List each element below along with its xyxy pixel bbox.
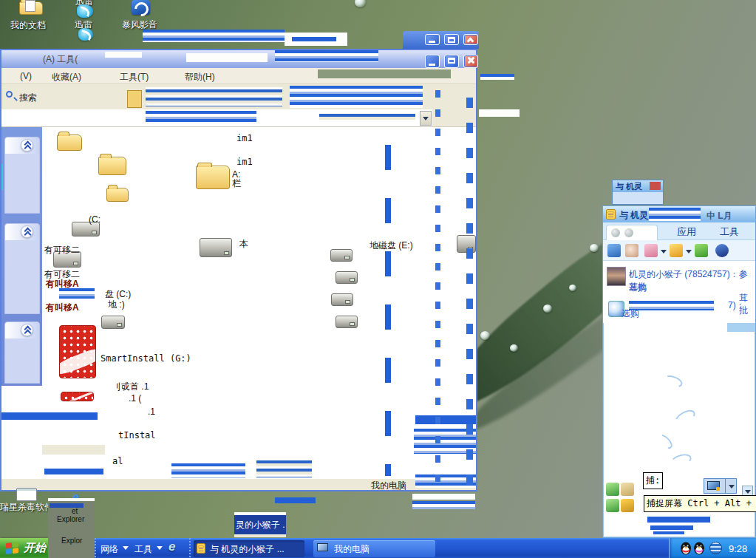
close-icon[interactable] [463,55,478,68]
text-fragment: .1 ( [129,393,141,404]
maximize-button[interactable] [444,55,459,68]
ie-quicklaunch-icon[interactable]: e [168,540,175,554]
smartinstall-label[interactable]: SmartInstall (G:) [101,353,191,364]
water-drop [543,304,552,313]
avatar[interactable] [607,267,626,286]
menu-item[interactable]: (V) [20,71,32,81]
menu-item[interactable]: 工具(T) [120,71,149,84]
antivirus-label[interactable]: 瑞星杀毒软件 [0,501,53,514]
explorer-menubar: (V) 收藏(A) 工具(T) 帮助(H) [1,68,476,84]
menu-item[interactable]: 收藏(A) [52,71,81,84]
folder-icon[interactable] [196,166,230,189]
folder-icon[interactable] [106,188,129,202]
address-dropdown-button[interactable] [420,111,432,126]
glitch-patch: et Explorer Explor [48,501,95,558]
toolbar-grip[interactable] [189,538,191,558]
glitch-artifact [662,373,684,389]
add-person-icon[interactable] [695,244,708,257]
minimize-button[interactable] [425,34,440,45]
text-fragment: 有可移二 [44,244,80,256]
text-fragment: 茸批 [739,292,755,317]
drive-icon [336,271,358,284]
quicklaunch-tools[interactable]: 工具 [134,543,152,556]
tab-apps[interactable]: 应用 [677,225,696,239]
qq-titlebar[interactable]: 与 机灵 中 L月 [603,206,755,222]
close-icon[interactable] [463,34,478,45]
desktop: 我的文档 迅雷 迅雷 暴风影音 (A) 工具( (V) 收藏(A) 工具(T) … [0,0,756,558]
share-folder-icon[interactable] [670,244,683,257]
folder-icon[interactable] [98,157,126,175]
qq-ghost-title: 与 机灵 [616,181,642,192]
tab-icon [611,228,620,237]
baofeng-icon[interactable] [132,0,150,15]
folder-icon[interactable] [57,135,82,151]
glitch-artifact [670,452,693,469]
dropdown-arrow-icon[interactable] [729,485,735,489]
eraser-icon[interactable] [644,244,658,257]
message-line: 机灵的小猴子 (78524757)：参茸批 [629,268,755,293]
text-fragment: im1 [236,133,253,143]
drive-icon [457,235,476,253]
audio-icon[interactable] [625,244,638,257]
qq-penguin-icon[interactable] [693,541,705,555]
title-noise-fragment: 中 L月 [706,210,732,222]
firewall-shield-icon[interactable] [709,542,722,554]
text-fragment: 有叫移A [46,302,79,314]
qq-show-icon[interactable] [715,244,729,257]
qq-penguin-icon[interactable] [680,541,692,555]
taskbar-button-qq[interactable]: 与 机灵的小猴子 ... [194,540,304,557]
thunder-icon[interactable] [77,4,93,18]
tab-chat-glitched[interactable] [606,225,658,240]
explorer-taskpane [1,127,42,386]
titlebar-menu-fragment: (A) 工具( [43,53,78,66]
explorer-titlebar[interactable]: (A) 工具( [1,50,476,68]
drive-icon-e[interactable] [200,238,232,257]
explorer-content: 地磁盘 (E:) SmartInstall (G:) im1 im1 A: 栏 … [1,127,476,479]
search-button[interactable]: 搜索 [3,88,47,106]
drive-icon [336,316,358,328]
glitch-artifact [672,407,698,429]
minimize-button[interactable] [425,55,440,68]
antivirus-icon[interactable] [16,488,37,501]
chevron-up-icon[interactable] [21,225,33,238]
text-fragment: 刂戓首 .1 [112,381,149,393]
quicklaunch-network[interactable]: 网络 [101,543,118,556]
drive-icon [330,249,353,262]
glitch-artifact [292,37,336,41]
desktop-icon-label[interactable]: 我的文档 [10,19,46,32]
message-line: 选购 [622,307,639,320]
tray-clock[interactable]: 9:28 [729,543,747,554]
thunder-icon-glitch [78,28,93,41]
glitch-artifact [655,432,675,451]
text-fragment: Explorer [57,515,84,523]
menu-item[interactable]: 帮助(H) [185,71,215,84]
water-drop [355,0,366,7]
text-fragment: al [112,456,123,466]
status-text: 我的电脑 [371,480,406,492]
desktop-icon-label[interactable]: 暴风影音 [122,18,157,31]
water-drop [510,344,518,352]
my-documents-icon[interactable] [19,0,44,16]
chevron-up-icon[interactable] [21,139,33,152]
contact-icon[interactable] [607,244,621,257]
toolbar-grip[interactable] [95,538,96,558]
glitch-artifact [479,109,520,117]
explorer-window: (A) 工具( (V) 收藏(A) 工具(T) 帮助(H) 搜索 [0,49,477,491]
taskbar-button-ghost: 灵的小猴子 . [234,515,286,534]
smartinstall-icon[interactable] [59,325,96,378]
explorer-toolbar: 搜索 [1,84,476,109]
dropdown-arrow-icon[interactable] [686,250,692,254]
screen-capture-button[interactable] [704,478,737,494]
maximize-button[interactable] [444,34,459,45]
tab-tools[interactable]: 工具 [720,225,739,239]
dropdown-arrow-icon[interactable] [157,546,163,550]
drive-e-label[interactable]: 地磁盘 (E:) [370,239,413,252]
dropdown-arrow-icon[interactable] [661,250,667,254]
qq-message-area: 机灵的小猴子 (78524757)：参茸批 选购 选购 7)： 茸批 [603,261,755,323]
chevron-up-icon[interactable] [21,324,33,336]
glitch-artifact [480,74,514,80]
taskbar-button-mycomputer[interactable]: 我的电脑 [313,540,435,557]
explorer-addressbar[interactable] [1,109,476,127]
text-fragment: 有叫移A [46,278,79,290]
dropdown-arrow-icon[interactable] [123,546,129,550]
